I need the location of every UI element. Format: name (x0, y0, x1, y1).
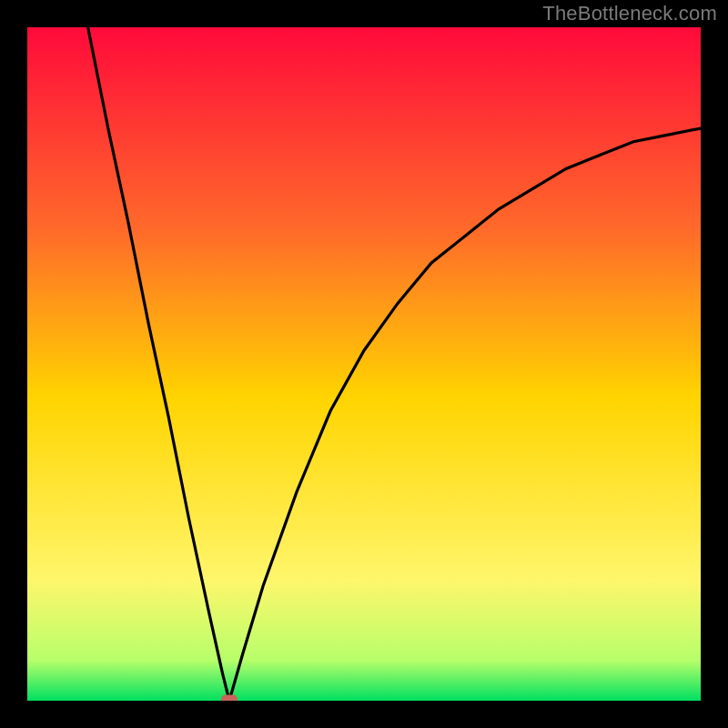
bottleneck-chart (27, 27, 701, 701)
gradient-background (27, 27, 701, 701)
optimum-marker (221, 695, 238, 702)
chart-frame: TheBottleneck.com (0, 0, 728, 728)
plot-area (27, 27, 701, 701)
watermark-text: TheBottleneck.com (542, 2, 717, 25)
